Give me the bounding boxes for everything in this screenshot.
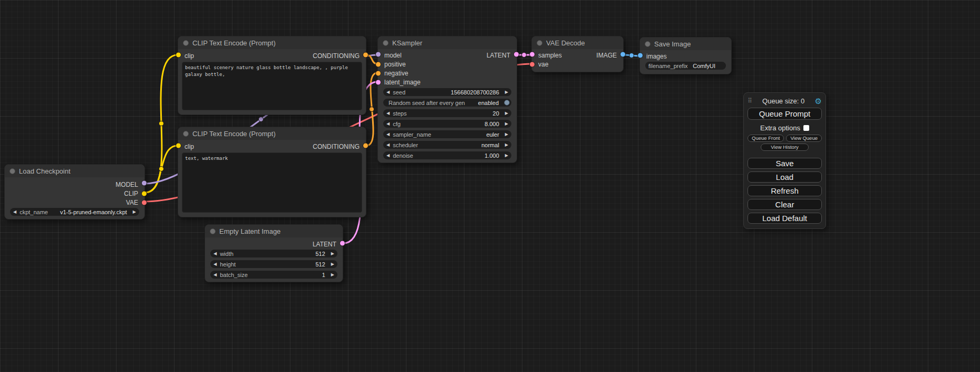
prev-arrow-icon[interactable]: ◀ <box>386 132 390 137</box>
prev-arrow-icon[interactable]: ◀ <box>386 122 390 126</box>
prev-arrow-icon[interactable]: ◀ <box>386 154 390 158</box>
node-ksampler[interactable]: KSampler model LATENT positive negative … <box>377 36 517 163</box>
next-arrow-icon[interactable]: ▶ <box>505 154 508 158</box>
input-slot-latent-image[interactable] <box>375 79 381 85</box>
widget-label: batch_size <box>220 272 248 278</box>
widget-label: scheduler <box>393 142 418 148</box>
node-title-bar[interactable]: KSampler <box>378 36 517 49</box>
input-slot-clip[interactable] <box>176 52 181 58</box>
view-history-button[interactable]: View History <box>761 144 809 151</box>
next-arrow-icon[interactable]: ▶ <box>331 252 334 256</box>
output-slot-latent[interactable] <box>339 240 345 246</box>
collapse-dot-icon[interactable] <box>210 228 216 234</box>
prev-arrow-icon[interactable]: ◀ <box>214 273 217 277</box>
node-title: VAE Decode <box>546 39 585 47</box>
output-slot-image[interactable] <box>620 52 626 58</box>
node-load-checkpoint[interactable]: Load Checkpoint MODEL CLIP VAE ◀ ckpt_na… <box>4 164 145 220</box>
load-default-button[interactable]: Load Default <box>748 213 822 224</box>
next-arrow-icon[interactable]: ▶ <box>505 122 508 126</box>
prev-arrow-icon[interactable]: ◀ <box>214 262 217 266</box>
input-slot-model[interactable] <box>375 52 381 58</box>
widget-ckpt-name[interactable]: ◀ ckpt_name v1-5-pruned-emaonly.ckpt ▶ <box>10 208 139 216</box>
input-slot-images[interactable] <box>637 53 643 59</box>
input-slot-negative[interactable] <box>375 70 381 76</box>
widget-steps[interactable]: ◀ steps 20 ▶ <box>383 109 511 117</box>
widget-value: ComfyUI <box>693 63 715 69</box>
next-arrow-icon[interactable]: ▶ <box>505 132 508 137</box>
next-arrow-icon[interactable]: ▶ <box>331 262 334 266</box>
collapse-dot-icon[interactable] <box>645 41 651 47</box>
extra-options-checkbox[interactable] <box>803 125 809 131</box>
output-slot-latent[interactable] <box>513 52 519 58</box>
collapse-dot-icon[interactable] <box>537 40 542 46</box>
output-slot-conditioning[interactable] <box>363 52 368 58</box>
input-slot-samples[interactable] <box>529 52 535 58</box>
next-arrow-icon[interactable]: ▶ <box>331 273 334 277</box>
negative-prompt-textarea[interactable]: text, watermark <box>182 152 362 213</box>
input-slot-vae[interactable] <box>529 61 535 67</box>
node-save-image[interactable]: Save Image images filename_prefix ComfyU… <box>639 37 732 74</box>
prev-arrow-icon[interactable]: ◀ <box>214 252 217 256</box>
collapse-dot-icon[interactable] <box>183 40 189 46</box>
node-title-bar[interactable]: CLIP Text Encode (Prompt) <box>178 127 366 140</box>
clear-button[interactable]: Clear <box>748 199 822 210</box>
output-slot-vae[interactable] <box>141 199 147 205</box>
widget-seed[interactable]: ◀ seed 156680208700286 ▶ <box>383 88 511 96</box>
view-queue-button[interactable]: View Queue <box>786 135 822 142</box>
next-arrow-icon[interactable]: ▶ <box>133 210 136 214</box>
widget-sampler-name[interactable]: ◀ sampler_name euler ▶ <box>383 130 511 138</box>
node-clip-text-encode-negative[interactable]: CLIP Text Encode (Prompt) clip CONDITION… <box>178 127 366 217</box>
widget-label: seed <box>393 89 405 96</box>
wire-midpoint-dot <box>629 53 634 58</box>
widget-value: enabled <box>478 100 499 106</box>
queue-front-button[interactable]: Queue Front <box>748 135 784 142</box>
output-slot-conditioning[interactable] <box>363 142 368 148</box>
widget-value: 20 <box>493 110 499 117</box>
widget-cfg[interactable]: ◀ cfg 8.000 ▶ <box>383 120 511 128</box>
widget-label: filename_prefix <box>648 63 688 69</box>
output-slot-clip[interactable] <box>141 190 147 196</box>
save-button[interactable]: Save <box>748 158 822 169</box>
node-vae-decode[interactable]: VAE Decode samples IMAGE vae <box>531 36 624 72</box>
toggle-knob[interactable] <box>504 100 510 106</box>
node-title-bar[interactable]: Save Image <box>640 37 731 50</box>
prev-arrow-icon[interactable]: ◀ <box>386 111 390 116</box>
node-title-bar[interactable]: VAE Decode <box>532 36 623 49</box>
wire-midpoint-dot <box>159 167 164 171</box>
widget-label: steps <box>393 110 406 117</box>
prompt-textarea[interactable]: beautiful scenery nature glass bottle la… <box>182 62 362 110</box>
widget-width[interactable]: ◀ width 512 ▶ <box>210 250 337 257</box>
widget-height[interactable]: ◀ height 512 ▶ <box>210 260 337 268</box>
widget-batch-size[interactable]: ◀ batch_size 1 ▶ <box>210 271 337 279</box>
prev-arrow-icon[interactable]: ◀ <box>13 210 16 214</box>
node-clip-text-encode-positive[interactable]: CLIP Text Encode (Prompt) clip CONDITION… <box>178 36 366 115</box>
output-label-vae: VAE <box>126 199 138 206</box>
settings-gear-icon[interactable]: ⚙ <box>815 97 822 105</box>
widget-value: euler <box>486 131 499 138</box>
next-arrow-icon[interactable]: ▶ <box>505 143 508 147</box>
refresh-button[interactable]: Refresh <box>748 185 822 196</box>
widget-value: normal <box>481 142 499 148</box>
widget-filename-prefix[interactable]: filename_prefix ComfyUI <box>645 62 726 70</box>
input-slot-positive[interactable] <box>375 61 381 67</box>
node-title-bar[interactable]: Load Checkpoint <box>5 165 144 177</box>
widget-denoise[interactable]: ◀ denoise 1.000 ▶ <box>383 151 511 159</box>
widget-scheduler[interactable]: ◀ scheduler normal ▶ <box>383 141 511 149</box>
output-slot-model[interactable] <box>141 180 147 186</box>
prev-arrow-icon[interactable]: ◀ <box>386 90 390 94</box>
collapse-dot-icon[interactable] <box>183 131 189 137</box>
collapse-dot-icon[interactable] <box>383 40 389 46</box>
next-arrow-icon[interactable]: ▶ <box>505 90 508 94</box>
node-title-bar[interactable]: CLIP Text Encode (Prompt) <box>178 36 366 49</box>
load-button[interactable]: Load <box>748 171 822 183</box>
collapse-dot-icon[interactable] <box>9 168 15 174</box>
next-arrow-icon[interactable]: ▶ <box>505 111 508 116</box>
queue-prompt-button[interactable]: Queue Prompt <box>748 108 822 120</box>
wire-midpoint-dot <box>259 117 264 122</box>
node-title-bar[interactable]: Empty Latent Image <box>205 225 343 237</box>
input-slot-clip[interactable] <box>176 142 181 148</box>
prev-arrow-icon[interactable]: ◀ <box>386 143 390 147</box>
drag-handle-icon[interactable]: ⠿ <box>748 97 752 104</box>
widget-random-seed-toggle[interactable]: Random seed after every gen enabled <box>383 99 511 107</box>
node-empty-latent-image[interactable]: Empty Latent Image LATENT ◀ width 512 ▶ … <box>205 224 343 282</box>
